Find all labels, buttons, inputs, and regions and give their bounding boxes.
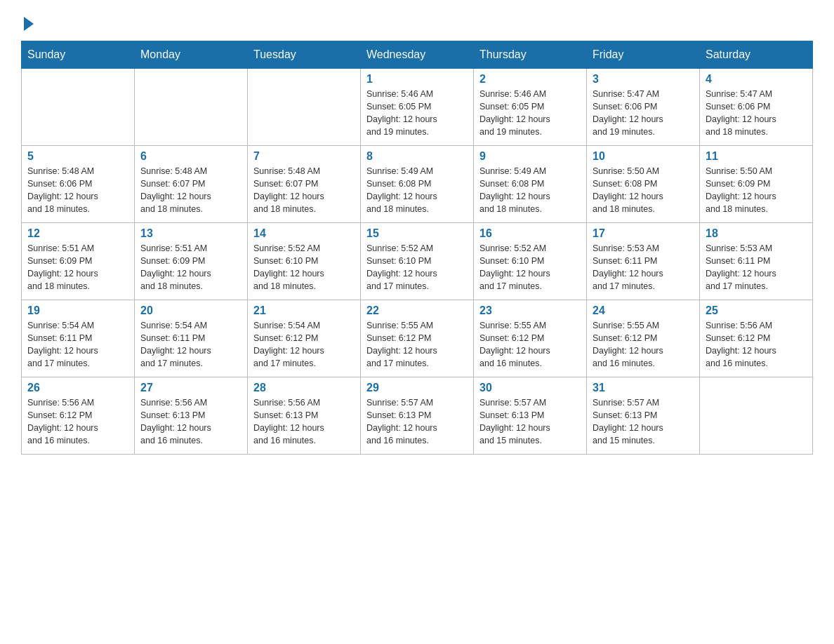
day-info: Sunrise: 5:47 AMSunset: 6:06 PMDaylight:… bbox=[706, 88, 807, 139]
day-number: 3 bbox=[593, 73, 694, 86]
day-cell: 9Sunrise: 5:49 AMSunset: 6:08 PMDaylight… bbox=[474, 146, 587, 223]
day-info: Sunrise: 5:49 AMSunset: 6:08 PMDaylight:… bbox=[366, 165, 468, 216]
day-number: 24 bbox=[593, 304, 694, 317]
week-row-5: 26Sunrise: 5:56 AMSunset: 6:12 PMDayligh… bbox=[22, 377, 813, 455]
day-cell: 12Sunrise: 5:51 AMSunset: 6:09 PMDayligh… bbox=[22, 223, 135, 300]
day-info: Sunrise: 5:54 AMSunset: 6:11 PMDaylight:… bbox=[140, 319, 241, 370]
day-info: Sunrise: 5:52 AMSunset: 6:10 PMDaylight:… bbox=[479, 242, 581, 293]
day-number: 5 bbox=[27, 150, 128, 163]
day-info: Sunrise: 5:56 AMSunset: 6:13 PMDaylight:… bbox=[140, 396, 241, 448]
day-info: Sunrise: 5:56 AMSunset: 6:12 PMDaylight:… bbox=[27, 396, 128, 448]
page-header bbox=[21, 14, 813, 28]
day-number: 9 bbox=[479, 150, 581, 163]
day-cell: 17Sunrise: 5:53 AMSunset: 6:11 PMDayligh… bbox=[587, 223, 700, 300]
day-number: 18 bbox=[706, 227, 807, 240]
day-info: Sunrise: 5:57 AMSunset: 6:13 PMDaylight:… bbox=[593, 396, 694, 448]
day-cell: 27Sunrise: 5:56 AMSunset: 6:13 PMDayligh… bbox=[135, 377, 248, 455]
day-number: 7 bbox=[253, 150, 355, 163]
day-cell: 2Sunrise: 5:46 AMSunset: 6:05 PMDaylight… bbox=[474, 69, 587, 146]
day-info: Sunrise: 5:50 AMSunset: 6:09 PMDaylight:… bbox=[706, 165, 807, 216]
day-cell: 6Sunrise: 5:48 AMSunset: 6:07 PMDaylight… bbox=[135, 146, 248, 223]
day-cell: 26Sunrise: 5:56 AMSunset: 6:12 PMDayligh… bbox=[22, 377, 135, 455]
header-day-wednesday: Wednesday bbox=[361, 41, 474, 69]
header-day-friday: Friday bbox=[587, 41, 700, 69]
header-row: SundayMondayTuesdayWednesdayThursdayFrid… bbox=[22, 41, 813, 69]
day-cell: 14Sunrise: 5:52 AMSunset: 6:10 PMDayligh… bbox=[248, 223, 361, 300]
day-info: Sunrise: 5:51 AMSunset: 6:09 PMDaylight:… bbox=[27, 242, 128, 293]
day-cell bbox=[135, 69, 248, 146]
day-number: 8 bbox=[366, 150, 468, 163]
header-day-thursday: Thursday bbox=[474, 41, 587, 69]
day-cell: 20Sunrise: 5:54 AMSunset: 6:11 PMDayligh… bbox=[135, 300, 248, 377]
day-cell: 24Sunrise: 5:55 AMSunset: 6:12 PMDayligh… bbox=[587, 300, 700, 377]
day-cell: 30Sunrise: 5:57 AMSunset: 6:13 PMDayligh… bbox=[474, 377, 587, 455]
day-number: 16 bbox=[479, 227, 581, 240]
day-cell: 4Sunrise: 5:47 AMSunset: 6:06 PMDaylight… bbox=[700, 69, 813, 146]
day-number: 14 bbox=[253, 227, 355, 240]
day-info: Sunrise: 5:55 AMSunset: 6:12 PMDaylight:… bbox=[366, 319, 468, 370]
day-info: Sunrise: 5:51 AMSunset: 6:09 PMDaylight:… bbox=[140, 242, 241, 293]
day-cell: 18Sunrise: 5:53 AMSunset: 6:11 PMDayligh… bbox=[700, 223, 813, 300]
day-number: 2 bbox=[479, 73, 581, 86]
day-info: Sunrise: 5:55 AMSunset: 6:12 PMDaylight:… bbox=[593, 319, 694, 370]
calendar-header: SundayMondayTuesdayWednesdayThursdayFrid… bbox=[22, 41, 813, 69]
day-info: Sunrise: 5:48 AMSunset: 6:06 PMDaylight:… bbox=[27, 165, 128, 216]
calendar-body: 1Sunrise: 5:46 AMSunset: 6:05 PMDaylight… bbox=[22, 69, 813, 455]
day-cell: 11Sunrise: 5:50 AMSunset: 6:09 PMDayligh… bbox=[700, 146, 813, 223]
day-cell: 29Sunrise: 5:57 AMSunset: 6:13 PMDayligh… bbox=[361, 377, 474, 455]
day-info: Sunrise: 5:46 AMSunset: 6:05 PMDaylight:… bbox=[479, 88, 581, 139]
day-info: Sunrise: 5:54 AMSunset: 6:11 PMDaylight:… bbox=[27, 319, 128, 370]
day-cell: 22Sunrise: 5:55 AMSunset: 6:12 PMDayligh… bbox=[361, 300, 474, 377]
day-info: Sunrise: 5:56 AMSunset: 6:13 PMDaylight:… bbox=[253, 396, 355, 448]
day-number: 21 bbox=[253, 304, 355, 317]
day-info: Sunrise: 5:50 AMSunset: 6:08 PMDaylight:… bbox=[593, 165, 694, 216]
day-number: 15 bbox=[366, 227, 468, 240]
day-info: Sunrise: 5:52 AMSunset: 6:10 PMDaylight:… bbox=[253, 242, 355, 293]
day-cell: 13Sunrise: 5:51 AMSunset: 6:09 PMDayligh… bbox=[135, 223, 248, 300]
day-number: 26 bbox=[27, 382, 128, 394]
day-info: Sunrise: 5:53 AMSunset: 6:11 PMDaylight:… bbox=[593, 242, 694, 293]
day-info: Sunrise: 5:57 AMSunset: 6:13 PMDaylight:… bbox=[366, 396, 468, 448]
day-cell: 10Sunrise: 5:50 AMSunset: 6:08 PMDayligh… bbox=[587, 146, 700, 223]
header-day-saturday: Saturday bbox=[700, 41, 813, 69]
day-cell: 7Sunrise: 5:48 AMSunset: 6:07 PMDaylight… bbox=[248, 146, 361, 223]
day-cell: 25Sunrise: 5:56 AMSunset: 6:12 PMDayligh… bbox=[700, 300, 813, 377]
day-info: Sunrise: 5:56 AMSunset: 6:12 PMDaylight:… bbox=[706, 319, 807, 370]
day-number: 31 bbox=[593, 382, 694, 394]
day-info: Sunrise: 5:57 AMSunset: 6:13 PMDaylight:… bbox=[479, 396, 581, 448]
day-cell: 16Sunrise: 5:52 AMSunset: 6:10 PMDayligh… bbox=[474, 223, 587, 300]
day-number: 12 bbox=[27, 227, 128, 240]
day-cell bbox=[700, 377, 813, 455]
day-number: 22 bbox=[366, 304, 468, 317]
day-cell: 23Sunrise: 5:55 AMSunset: 6:12 PMDayligh… bbox=[474, 300, 587, 377]
day-number: 6 bbox=[140, 150, 241, 163]
day-cell: 8Sunrise: 5:49 AMSunset: 6:08 PMDaylight… bbox=[361, 146, 474, 223]
logo bbox=[21, 14, 34, 28]
day-number: 4 bbox=[706, 73, 807, 86]
day-cell: 5Sunrise: 5:48 AMSunset: 6:06 PMDaylight… bbox=[22, 146, 135, 223]
day-number: 30 bbox=[479, 382, 581, 394]
day-cell: 15Sunrise: 5:52 AMSunset: 6:10 PMDayligh… bbox=[361, 223, 474, 300]
day-number: 13 bbox=[140, 227, 241, 240]
day-number: 10 bbox=[593, 150, 694, 163]
day-info: Sunrise: 5:55 AMSunset: 6:12 PMDaylight:… bbox=[479, 319, 581, 370]
day-cell: 21Sunrise: 5:54 AMSunset: 6:12 PMDayligh… bbox=[248, 300, 361, 377]
week-row-4: 19Sunrise: 5:54 AMSunset: 6:11 PMDayligh… bbox=[22, 300, 813, 377]
week-row-2: 5Sunrise: 5:48 AMSunset: 6:06 PMDaylight… bbox=[22, 146, 813, 223]
day-cell: 1Sunrise: 5:46 AMSunset: 6:05 PMDaylight… bbox=[361, 69, 474, 146]
header-day-tuesday: Tuesday bbox=[248, 41, 361, 69]
day-number: 28 bbox=[253, 382, 355, 394]
day-info: Sunrise: 5:46 AMSunset: 6:05 PMDaylight:… bbox=[366, 88, 468, 139]
day-number: 19 bbox=[27, 304, 128, 317]
day-number: 27 bbox=[140, 382, 241, 394]
week-row-1: 1Sunrise: 5:46 AMSunset: 6:05 PMDaylight… bbox=[22, 69, 813, 146]
day-number: 1 bbox=[366, 73, 468, 86]
day-info: Sunrise: 5:47 AMSunset: 6:06 PMDaylight:… bbox=[593, 88, 694, 139]
day-cell bbox=[248, 69, 361, 146]
logo-arrow-icon bbox=[24, 17, 34, 31]
week-row-3: 12Sunrise: 5:51 AMSunset: 6:09 PMDayligh… bbox=[22, 223, 813, 300]
calendar-table: SundayMondayTuesdayWednesdayThursdayFrid… bbox=[21, 41, 813, 455]
day-number: 17 bbox=[593, 227, 694, 240]
day-cell: 3Sunrise: 5:47 AMSunset: 6:06 PMDaylight… bbox=[587, 69, 700, 146]
header-day-sunday: Sunday bbox=[22, 41, 135, 69]
